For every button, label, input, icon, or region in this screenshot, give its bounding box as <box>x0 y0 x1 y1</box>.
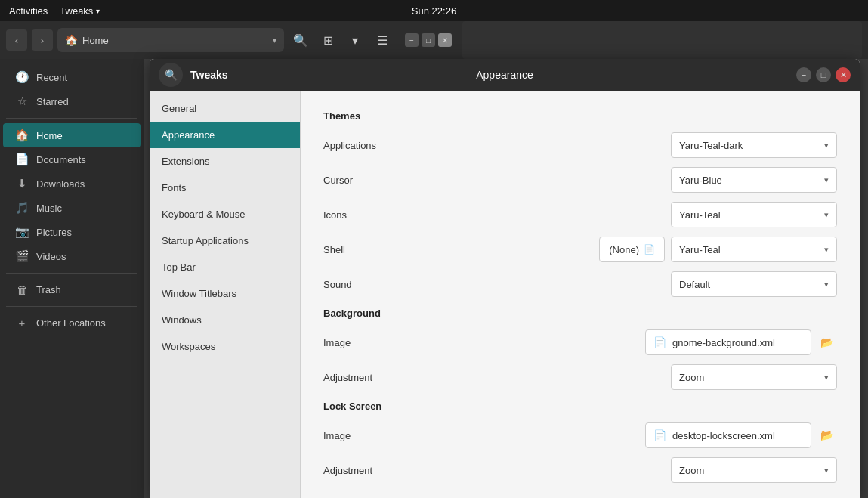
nav-item-workspaces[interactable]: Workspaces <box>150 333 300 360</box>
sidebar-item-music[interactable]: 🎵 Music <box>3 196 141 220</box>
sound-dropdown[interactable]: Default ▾ <box>671 271 837 297</box>
icons-dropdown[interactable]: Yaru-Teal ▾ <box>671 202 837 227</box>
ls-image-label: Image <box>323 430 351 441</box>
fm-close-button[interactable]: ✕ <box>438 33 452 47</box>
lock-screen-heading: Lock Screen <box>323 401 837 412</box>
tweaks-minimize-button[interactable]: − <box>796 67 811 82</box>
cursor-value: Yaru-Blue <box>679 175 722 186</box>
background-heading: Background <box>323 308 837 319</box>
sidebar-item-downloads[interactable]: ⬇ Downloads <box>3 172 141 196</box>
bg-image-row: Image 📄 gnome-background.xml 📂 <box>323 329 837 355</box>
app-menu-name: Tweaks <box>60 5 93 17</box>
back-button[interactable]: ‹ <box>6 29 27 51</box>
ls-image-value-box: 📄 desktop-lockscreen.xml <box>645 422 811 448</box>
themes-heading: Themes <box>323 110 837 122</box>
sidebar-item-documents[interactable]: 📄 Documents <box>3 147 141 172</box>
app-menu[interactable]: Tweaks ▾ <box>60 5 100 17</box>
tweaks-close-button[interactable]: ✕ <box>836 67 851 82</box>
tweaks-window: 🔍 Tweaks Appearance − □ ✕ General Appear… <box>150 59 860 498</box>
starred-icon: ☆ <box>15 94 29 108</box>
system-time: Sun 22:26 <box>412 5 456 17</box>
ls-image-open-button[interactable]: 📂 <box>816 425 837 446</box>
bg-adjustment-row: Adjustment Zoom ▾ <box>323 364 837 390</box>
sound-row: Sound Default ▾ <box>323 271 837 297</box>
forward-button[interactable]: › <box>32 29 53 51</box>
nav-item-windows[interactable]: Windows <box>150 307 300 333</box>
bg-adjustment-label: Adjustment <box>323 372 372 383</box>
bg-image-right: 📄 gnome-background.xml 📂 <box>645 329 837 355</box>
sidebar-item-other-locations[interactable]: + Other Locations <box>3 311 141 335</box>
sidebar-divider-1 <box>6 118 137 119</box>
shell-label: Shell <box>323 244 345 255</box>
sidebar-item-home[interactable]: 🏠 Home <box>3 123 141 147</box>
view-options-button[interactable]: ▾ <box>343 28 367 52</box>
nav-item-keyboard-mouse[interactable]: Keyboard & Mouse <box>150 201 300 227</box>
ls-adjustment-dropdown[interactable]: Zoom ▾ <box>671 457 837 483</box>
recent-icon: 🕐 <box>15 70 29 84</box>
downloads-icon: ⬇ <box>15 177 29 190</box>
shell-none-icon: 📄 <box>644 244 655 255</box>
search-button[interactable]: 🔍 <box>289 28 313 52</box>
tweaks-search-button[interactable]: 🔍 <box>159 63 183 87</box>
nav-item-appearance[interactable]: Appearance <box>150 122 300 148</box>
tweaks-window-controls: − □ ✕ <box>796 67 851 82</box>
cursor-dropdown[interactable]: Yaru-Blue ▾ <box>671 167 837 193</box>
location-label: Home <box>82 35 109 46</box>
tweaks-maximize-button[interactable]: □ <box>816 67 831 82</box>
sidebar-label-documents: Documents <box>36 154 86 165</box>
videos-icon: 🎬 <box>15 249 29 263</box>
icons-row: Icons Yaru-Teal ▾ <box>323 202 837 227</box>
applications-value: Yaru-Teal-dark <box>679 140 743 151</box>
nav-item-general[interactable]: General <box>150 95 300 122</box>
fm-minimize-button[interactable]: − <box>405 33 419 47</box>
bg-adjustment-value: Zoom <box>679 372 704 383</box>
sidebar-label-recent: Recent <box>36 72 67 83</box>
sidebar-item-recent[interactable]: 🕐 Recent <box>3 65 141 89</box>
bg-image-file-icon: 📄 <box>653 336 666 348</box>
shell-row: Shell (None) 📄 Yaru-Teal ▾ <box>323 237 837 262</box>
system-bar: Activities Tweaks ▾ Sun 22:26 <box>0 0 868 21</box>
nav-item-fonts[interactable]: Fonts <box>150 175 300 201</box>
location-icon: 🏠 <box>65 34 78 46</box>
bg-adjustment-dropdown[interactable]: Zoom ▾ <box>671 364 837 390</box>
tweaks-nav: General Appearance Extensions Fonts Keyb… <box>150 91 301 498</box>
tweaks-body: General Appearance Extensions Fonts Keyb… <box>150 91 860 498</box>
menu-button[interactable]: ☰ <box>370 28 394 52</box>
fm-toolbar-right: 🔍 ⊞ ▾ ☰ <box>289 28 394 52</box>
pictures-icon: 📷 <box>15 225 29 239</box>
applications-dropdown[interactable]: Yaru-Teal-dark ▾ <box>671 132 837 158</box>
icons-value: Yaru-Teal <box>679 209 721 221</box>
sidebar: 🕐 Recent ☆ Starred 🏠 Home 📄 Documents ⬇ … <box>0 59 144 498</box>
sidebar-label-downloads: Downloads <box>36 178 85 190</box>
applications-dropdown-arrow: ▾ <box>824 141 829 150</box>
view-grid-button[interactable]: ⊞ <box>316 28 340 52</box>
activities-button[interactable]: Activities <box>9 5 48 17</box>
cursor-row: Cursor Yaru-Blue ▾ <box>323 167 837 193</box>
sidebar-divider-2 <box>6 273 137 274</box>
nav-item-extensions[interactable]: Extensions <box>150 148 300 175</box>
sidebar-label-starred: Starred <box>36 96 69 107</box>
sidebar-item-pictures[interactable]: 📷 Pictures <box>3 220 141 244</box>
tweaks-app-name: Tweaks <box>190 69 228 81</box>
sidebar-label-music: Music <box>36 203 62 214</box>
tweaks-section-title: Appearance <box>476 69 533 81</box>
sidebar-item-starred[interactable]: ☆ Starred <box>3 89 141 113</box>
fm-maximize-button[interactable]: □ <box>422 33 435 47</box>
nav-item-window-titlebars[interactable]: Window Titlebars <box>150 280 300 307</box>
ls-image-file-icon: 📄 <box>653 429 666 441</box>
tweaks-content: Themes Applications Yaru-Teal-dark ▾ Cur… <box>301 91 860 498</box>
bg-image-open-button[interactable]: 📂 <box>816 332 837 353</box>
bg-image-label: Image <box>323 337 351 348</box>
shell-dropdown[interactable]: Yaru-Teal ▾ <box>671 237 837 262</box>
shell-none-button[interactable]: (None) 📄 <box>599 237 665 262</box>
nav-item-topbar[interactable]: Top Bar <box>150 254 300 280</box>
nav-item-startup[interactable]: Startup Applications <box>150 227 300 254</box>
home-icon: 🏠 <box>15 128 29 142</box>
file-manager-bar: ‹ › 🏠 Home ▾ 🔍 ⊞ ▾ ☰ − □ ✕ <box>0 21 868 59</box>
shell-none-label: (None) <box>609 244 639 255</box>
sidebar-item-videos[interactable]: 🎬 Videos <box>3 244 141 268</box>
documents-icon: 📄 <box>15 153 29 166</box>
ls-adjustment-row: Adjustment Zoom ▾ <box>323 457 837 483</box>
location-bar[interactable]: 🏠 Home ▾ <box>57 28 284 52</box>
sidebar-item-trash[interactable]: 🗑 Trash <box>3 278 141 302</box>
